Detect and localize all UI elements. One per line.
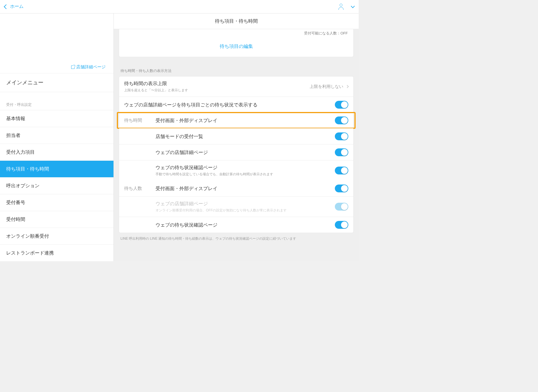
sidebar-item[interactable]: 受付番号: [0, 194, 113, 211]
sidebar-item[interactable]: 受付入力項目: [0, 144, 113, 160]
toggle-row: ウェブの待ち状況確認ページ手動で待ち時間を設定している場合でも、自動計算の待ち時…: [119, 160, 353, 181]
user-icon[interactable]: [338, 4, 344, 10]
sidebar-item[interactable]: 待ち項目・待ち時間: [0, 160, 113, 177]
web-detail-toggle-row: ウェブの店舗詳細ページを待ち項目ごとの待ち状況で表示する: [119, 97, 353, 113]
toggle-row: 待ち人数受付画面・外部ディスプレイ: [119, 181, 353, 196]
toggle-switch[interactable]: [335, 116, 348, 124]
toggle-switch[interactable]: [335, 101, 348, 109]
footer-note: LINE 呼出利用時の LINE 通知の待ち時間・待ち組数の表示は、ウェブの待ち…: [119, 233, 354, 248]
toggle-row: 店舗モードの受付一覧: [119, 128, 353, 144]
sidebar-item[interactable]: 受付時間: [0, 211, 113, 228]
toggle-switch[interactable]: [335, 148, 348, 156]
sidebar-main-menu[interactable]: メインメニュー: [0, 73, 113, 92]
toggle-switch[interactable]: [335, 167, 348, 174]
back-label: ホーム: [10, 4, 24, 10]
store-link-label: 店舗詳細ページ: [76, 64, 106, 70]
toggle-row: ウェブの待ち状況確認ページ: [119, 217, 353, 233]
page-title: 待ち項目・待ち時間: [114, 13, 359, 29]
chevron-right-icon: [345, 85, 349, 88]
toggle-row: ウェブの店舗詳細ページ: [119, 144, 353, 160]
toggle-switch[interactable]: [335, 132, 348, 140]
group-label: 待ち人数: [124, 186, 156, 192]
back-button[interactable]: ホーム: [4, 4, 24, 10]
sidebar-section-label: 受付・呼出設定: [0, 92, 113, 110]
external-link-icon: [71, 66, 75, 69]
store-detail-link[interactable]: 店舗詳細ページ: [71, 64, 106, 70]
chevron-down-icon[interactable]: [351, 4, 355, 8]
toggle-row: 待ち時間受付画面・外部ディスプレイ: [119, 113, 353, 128]
toggle-row: ウェブの店舗詳細ページオンライン順番受付利用の場合、OFFの設定が無効になり待ち…: [119, 196, 353, 217]
limit-value: 上限を利用しない: [310, 84, 343, 89]
toggle-switch[interactable]: [335, 185, 348, 192]
group-label: 待ち時間: [124, 118, 156, 123]
sidebar-item[interactable]: 担当者: [0, 127, 113, 144]
sidebar-item[interactable]: 基本情報: [0, 110, 113, 127]
sidebar-item[interactable]: オンライン順番受付: [0, 228, 113, 244]
toggle-switch[interactable]: [335, 203, 348, 211]
edit-items-link[interactable]: 待ち項目の編集: [119, 36, 353, 57]
sidebar: 店舗詳細ページ メインメニュー 受付・呼出設定 基本情報担当者受付入力項目待ち項…: [0, 13, 114, 261]
chevron-left-icon: [4, 4, 9, 9]
status-text: 受付可能になる人数：OFF: [119, 29, 353, 36]
app-header: ホーム: [0, 0, 359, 13]
sidebar-item[interactable]: レストランボード連携: [0, 244, 113, 261]
section-label: 待ち時間・待ち人数の表示方法: [119, 57, 354, 76]
limit-row[interactable]: 待ち時間の表示上限 上限を超えると「〜分以上」と表示します 上限を利用しない: [119, 76, 353, 97]
toggle-switch[interactable]: [335, 221, 348, 229]
sidebar-item[interactable]: 呼出オプション: [0, 177, 113, 194]
